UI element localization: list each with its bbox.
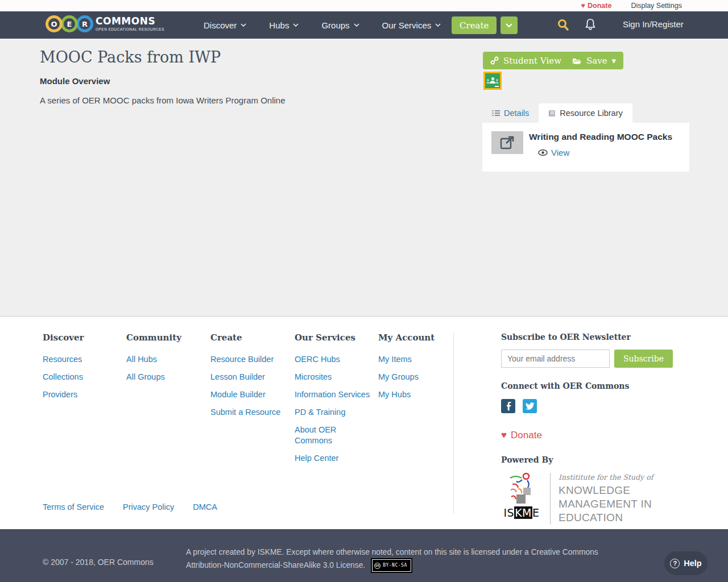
newsletter-heading: Subscribe to OER Newsletter	[501, 332, 694, 342]
footer-right-section: Subscribe to OER Newsletter Subscribe Co…	[501, 332, 694, 525]
footer-link-about-oer-commons[interactable]: About OER Commons	[295, 425, 373, 446]
create-dropdown-button[interactable]	[500, 16, 518, 34]
logo-subtitle: OPEN EDUCATIONAL RESOURCES	[96, 28, 164, 31]
iskme-figure-icon	[504, 472, 539, 507]
footer-heading: Community	[126, 332, 205, 343]
footer-link-resource-builder[interactable]: Resource Builder	[210, 354, 289, 365]
iskme-org-name: KNOWLEDGE MANAGEMENT IN EDUCATION	[559, 484, 655, 525]
footer-column-my-account: My Account My Items My Groups My Hubs	[378, 332, 457, 407]
legal-links: Terms of Service Privacy Policy DMCA	[43, 502, 217, 512]
subscribe-button[interactable]: Subscribe	[614, 350, 673, 368]
nav-groups[interactable]: Groups	[321, 20, 359, 30]
iskme-logo[interactable]: ISKME Instititute for the Study of KNOWL…	[501, 472, 694, 525]
footer-donate-link[interactable]: ♥ Donate	[501, 430, 694, 441]
copyright-text: © 2007 - 2018, OER Commons	[43, 558, 154, 567]
chevron-down-icon	[506, 23, 512, 28]
footer-link-pd-training[interactable]: PD & Training	[295, 407, 373, 418]
resource-view-link[interactable]: View	[538, 148, 569, 157]
footer-link-help-center[interactable]: Help Center	[295, 453, 373, 464]
tab-details[interactable]: Details	[482, 103, 539, 123]
tab-resource-library[interactable]: Resource Library	[539, 103, 632, 123]
heart-icon: ♥	[581, 2, 585, 10]
caret-down-icon: ▾	[612, 56, 617, 66]
logo-circle-e: E	[61, 15, 78, 32]
footer-link-information-services[interactable]: Information Services	[295, 389, 373, 400]
main-nav: Discover Hubs Groups Our Services	[204, 11, 441, 39]
footer-heading: My Account	[378, 332, 457, 343]
privacy-policy-link[interactable]: Privacy Policy	[123, 502, 174, 512]
footer-heading: Discover	[43, 332, 121, 343]
footer-link-microsites[interactable]: Microsites	[295, 372, 373, 383]
main-header: O E R COMMONS OPEN EDUCATIONAL RESOURCES…	[0, 11, 728, 39]
top-donate-link[interactable]: ♥Donate	[581, 2, 612, 10]
external-link-icon	[500, 135, 515, 150]
search-icon[interactable]	[557, 19, 569, 33]
dmca-link[interactable]: DMCA	[193, 502, 217, 512]
resource-thumbnail[interactable]	[491, 131, 523, 154]
footer-column-our-services: Our Services OERC Hubs Microsites Inform…	[295, 332, 373, 471]
footer-link-lesson-builder[interactable]: Lesson Builder	[210, 372, 289, 383]
student-view-button[interactable]: Student View	[483, 52, 569, 69]
footer-link-submit-resource[interactable]: Submit a Resource	[210, 407, 289, 418]
logo-rings-icon: O E R	[46, 15, 92, 32]
iskme-divider	[550, 473, 551, 525]
twitter-icon[interactable]	[523, 399, 537, 413]
footer-link-all-groups[interactable]: All Groups	[126, 372, 205, 383]
list-icon	[492, 110, 500, 117]
save-button[interactable]: Save ▾	[565, 52, 623, 69]
footer-link-my-hubs[interactable]: My Hubs	[378, 389, 457, 400]
resource-tabs: Details Resource Library	[482, 103, 632, 123]
nav-our-services[interactable]: Our Services	[382, 20, 441, 30]
facebook-icon[interactable]	[501, 399, 515, 413]
sign-in-register-link[interactable]: Sign In/Register	[623, 19, 684, 29]
license-text: A project created by ISKME. Except where…	[186, 547, 601, 573]
link-icon	[490, 56, 499, 65]
footer-column-community: Community All Hubs All Groups	[126, 332, 205, 389]
footer-link-module-builder[interactable]: Module Builder	[210, 389, 289, 400]
iskme-tagline: Instititute for the Study of	[559, 473, 655, 481]
logo-circle-r: R	[76, 15, 93, 32]
oer-commons-logo[interactable]: O E R COMMONS OPEN EDUCATIONAL RESOURCES	[46, 15, 164, 32]
module-description: A series of OER MOOC packs from Iowa Wri…	[40, 95, 286, 105]
footer-link-oerc-hubs[interactable]: OERC Hubs	[295, 354, 373, 365]
nav-discover[interactable]: Discover	[204, 20, 246, 30]
page-title: MOOC Packs from IWP	[40, 48, 221, 66]
footer-link-resources[interactable]: Resources	[43, 354, 121, 365]
book-icon	[548, 110, 556, 117]
utility-bar: ♥Donate Display Settings	[0, 0, 728, 11]
main-content: MOOC Packs from IWP Module Overview A se…	[0, 39, 728, 317]
create-button[interactable]: Create	[452, 16, 497, 34]
chevron-down-icon	[241, 23, 246, 27]
chevron-down-icon	[354, 23, 359, 27]
chevron-down-icon	[293, 23, 299, 27]
google-classroom-icon[interactable]	[483, 72, 502, 90]
newsletter-email-input[interactable]	[501, 350, 610, 368]
display-settings-link[interactable]: Display Settings	[631, 2, 682, 10]
footer-link-my-items[interactable]: My Items	[378, 354, 457, 365]
notifications-bell-icon[interactable]	[585, 18, 596, 34]
terms-of-service-link[interactable]: Terms of Service	[43, 502, 104, 512]
footer-heading: Create	[210, 332, 289, 343]
resource-library-panel: Writing and Reading MOOC Packs View	[482, 123, 689, 172]
bottom-bar: © 2007 - 2018, OER Commons A project cre…	[0, 529, 728, 582]
iskme-wordmark: ISKME	[503, 508, 539, 518]
module-overview-heading: Module Overview	[40, 76, 110, 86]
logo-title: COMMONS	[96, 16, 164, 26]
eye-icon	[538, 149, 548, 156]
footer-link-collections[interactable]: Collections	[43, 372, 121, 383]
footer-link-my-groups[interactable]: My Groups	[378, 372, 457, 383]
nav-hubs[interactable]: Hubs	[269, 20, 299, 30]
footer-divider	[453, 332, 454, 513]
cc-by-nc-sa-badge[interactable]: ccBY-NC-SA	[371, 558, 412, 573]
resource-title[interactable]: Writing and Reading MOOC Packs	[529, 132, 672, 142]
powered-by-heading: Powered By	[501, 455, 694, 464]
footer-link-all-hubs[interactable]: All Hubs	[126, 354, 205, 365]
heart-icon: ♥	[501, 430, 507, 441]
chevron-down-icon	[435, 23, 441, 27]
question-circle-icon: ?	[670, 559, 680, 568]
help-button[interactable]: ? Help	[664, 551, 708, 575]
site-footer: Discover Resources Collections Providers…	[0, 317, 728, 529]
footer-link-providers[interactable]: Providers	[43, 389, 121, 400]
connect-heading: Connect with OER Commons	[501, 381, 694, 390]
folder-icon	[572, 57, 582, 65]
